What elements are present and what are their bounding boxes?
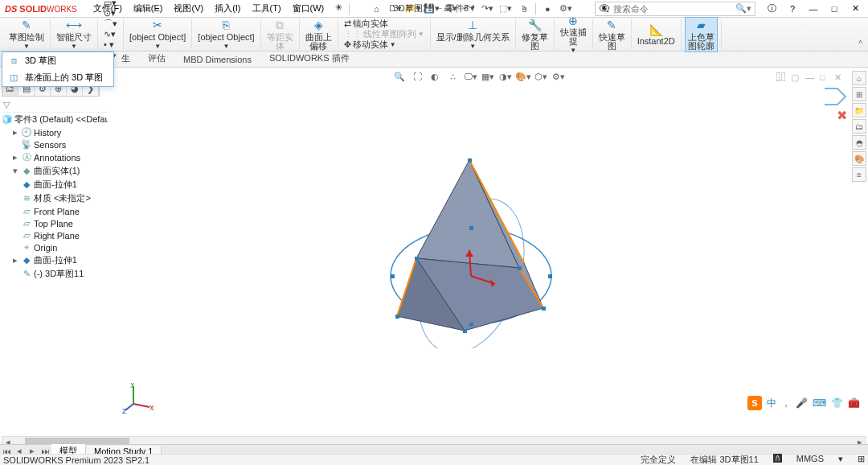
select-icon[interactable]: ⬚▾: [497, 2, 514, 16]
view-orient-icon[interactable]: 🖵▾: [462, 69, 478, 84]
mirror-button[interactable]: ⇄镜向实体: [342, 19, 391, 29]
instant2d-button[interactable]: 📐 Instant2D: [635, 22, 678, 47]
window-min-icon[interactable]: —: [805, 72, 818, 84]
close-icon[interactable]: ✕: [845, 2, 865, 16]
tree-origin[interactable]: ⌖Origin: [2, 241, 108, 253]
surface-offset-button[interactable]: ◈ 曲面上 偏移: [303, 18, 334, 51]
view-settings-icon[interactable]: ⚙▾: [551, 69, 567, 84]
svg-rect-22: [469, 323, 473, 327]
cmd-tab-mbd[interactable]: MBD Dimensions: [174, 52, 260, 67]
zoom-area-icon[interactable]: ⛶: [409, 69, 425, 84]
sketch-button[interactable]: ✎ 草图绘制▼: [6, 18, 47, 51]
shade-sketch-button[interactable]: ▰ 上色草 图轮廓: [685, 17, 718, 52]
taskpane-resources-icon[interactable]: ⊞: [852, 87, 866, 101]
spline-tool[interactable]: ∿▾: [101, 29, 120, 39]
window-close-icon[interactable]: ✕: [834, 72, 847, 84]
quick-sketch-button[interactable]: ✎ 快速草 图: [596, 18, 628, 51]
taskpane-custom-icon[interactable]: ≡: [852, 167, 866, 182]
tree-history[interactable]: ▸🕘History: [2, 126, 108, 138]
maximize-icon[interactable]: □: [825, 2, 844, 16]
graphics-viewport[interactable]: 🔍 ⛶ ◐ ⛬ 🖵▾ ▦▾ ◑▾ 🎨▾ ⬡▾ ⚙▾ ⿲ ▢ — □ ✕ ✖: [108, 69, 850, 434]
ime-lang[interactable]: 中: [767, 397, 776, 410]
menu-edit[interactable]: 编辑(E): [129, 1, 168, 16]
svg-rect-15: [415, 257, 419, 261]
ribbon-collapse-icon[interactable]: ^: [856, 39, 865, 49]
redo-icon[interactable]: ↷▾: [478, 2, 496, 16]
tree-front-plane[interactable]: ▱Front Plane: [2, 205, 108, 217]
status-units[interactable]: MMGS: [796, 454, 824, 465]
help2-icon[interactable]: ?: [783, 2, 802, 16]
cmd-tab-addins[interactable]: SOLIDWORKS 插件: [260, 50, 358, 67]
zoom-fit-icon[interactable]: 🔍: [391, 69, 407, 84]
rebuild-icon[interactable]: 🖱: [515, 2, 533, 16]
status-units-dd-icon[interactable]: ▾: [838, 454, 843, 465]
tree-surface-loft[interactable]: ◆曲面-拉伸1: [2, 178, 108, 191]
cancel-icon[interactable]: ✖: [823, 108, 847, 123]
menu-window[interactable]: 窗口(W): [288, 1, 330, 16]
tree-3dsketch11[interactable]: ✎(-) 3D草图11: [2, 267, 108, 281]
filter-icon[interactable]: ▽: [3, 100, 10, 109]
tree-material[interactable]: ≋材质 <未指定>: [2, 191, 108, 205]
tree-top-plane[interactable]: ▱Top Plane: [2, 217, 108, 229]
minimize-icon[interactable]: —: [804, 2, 823, 16]
window-tile-icon[interactable]: ⿲: [776, 72, 789, 84]
ime-toolbar[interactable]: S 中 ， 🎤 ⌨ 👕 🧰: [744, 394, 863, 412]
status-a-icon[interactable]: 🅰: [773, 454, 782, 465]
quick-sketch-icon: ✎: [604, 19, 620, 33]
ime-skin-icon[interactable]: 👕: [831, 397, 843, 409]
menu-tools[interactable]: 工具(T): [248, 1, 286, 16]
tree-root[interactable]: 🧊零件3 (Default) <<Default>_: [2, 113, 108, 126]
taskpane-library-icon[interactable]: 📁: [852, 103, 866, 117]
status-extra-icon[interactable]: ⊞: [858, 454, 865, 465]
quick-snap-button[interactable]: ⊕ 快速捕 捉▼: [558, 13, 589, 56]
window-max-icon[interactable]: □: [820, 72, 833, 84]
arc-tool[interactable]: ⌒▾: [101, 19, 120, 29]
search-input[interactable]: [613, 4, 735, 14]
search-command[interactable]: 👁‍🗨 🔍▾: [595, 2, 755, 16]
menu-more[interactable]: ✳: [330, 1, 347, 16]
taskpane-explorer-icon[interactable]: 🗂: [852, 119, 866, 134]
circle-tool[interactable]: ⊙▾: [101, 8, 120, 19]
window-float-icon[interactable]: ▢: [791, 72, 804, 84]
menu-insert[interactable]: 插入(I): [210, 1, 245, 16]
edit-appearance-icon[interactable]: 🎨▾: [515, 69, 531, 84]
dropdown-3d-sketch[interactable]: ⧈ 3D 草图: [2, 52, 113, 69]
point-tool[interactable]: • ▾: [101, 39, 120, 50]
prev-view-icon[interactable]: ◐: [427, 69, 443, 84]
display-relations-button[interactable]: ⊥ 显示/删除几何关系▼: [434, 18, 512, 51]
ime-tools-icon[interactable]: 🧰: [848, 397, 860, 409]
convert-entities-button[interactable]: ⎘ [object Object]▼: [195, 18, 256, 51]
ime-punct-icon[interactable]: ，: [781, 397, 791, 410]
display-style-icon[interactable]: ▦▾: [480, 69, 496, 84]
help-icon[interactable]: ⓘ: [762, 2, 781, 16]
trim-entities-button[interactable]: ✂ [object Object]▼: [127, 18, 188, 51]
tree-sensors[interactable]: 📡Sensors: [2, 138, 108, 150]
taskpane-home-icon[interactable]: ⌂: [852, 71, 866, 85]
confirm-corner[interactable]: ✖: [823, 87, 847, 123]
ime-mic-icon[interactable]: 🎤: [796, 397, 808, 409]
repair-sketch-button[interactable]: 🔧 修复草 图: [519, 18, 551, 51]
view-triad[interactable]: x y z: [122, 383, 154, 415]
smart-dimension-button[interactable]: ⟷ 智能尺寸▼: [54, 18, 94, 51]
options-icon[interactable]: ●: [538, 2, 556, 16]
taskpane-appearance-icon[interactable]: 🎨: [852, 151, 866, 166]
apply-scene-icon[interactable]: ⬡▾: [533, 69, 549, 84]
offset-icon: ⧉: [272, 19, 288, 33]
tree-surface-bodies[interactable]: ▾◆曲面实体(1): [2, 164, 108, 178]
tree-right-plane[interactable]: ▱Right Plane: [2, 229, 108, 241]
search-dropdown-icon[interactable]: 🔍▾: [735, 3, 751, 14]
rect-tool[interactable]: ▭▾: [101, 0, 120, 8]
cmd-tab-evaluate[interactable]: 评估: [139, 50, 174, 67]
move-entities-button[interactable]: ✥移动实体▼: [342, 39, 399, 50]
ime-keyboard-icon[interactable]: ⌨: [813, 397, 826, 409]
dropdown-3d-sketch-on-plane[interactable]: ◫ 基准面上的 3D 草图: [2, 69, 113, 86]
section-view-icon[interactable]: ⛬: [444, 69, 461, 84]
tree-loft1[interactable]: ▸◆曲面-拉伸1: [2, 253, 108, 267]
hide-show-icon[interactable]: ◑▾: [497, 69, 514, 84]
tree-annotations[interactable]: ▸ⒶAnnotations: [2, 150, 108, 164]
search-icon: 👁‍🗨: [599, 3, 610, 14]
taskpane-view-icon[interactable]: ◓: [852, 135, 866, 150]
sogou-logo-icon[interactable]: S: [747, 396, 762, 410]
home-icon[interactable]: ⌂: [367, 2, 385, 16]
menu-view[interactable]: 视图(V): [169, 1, 208, 16]
